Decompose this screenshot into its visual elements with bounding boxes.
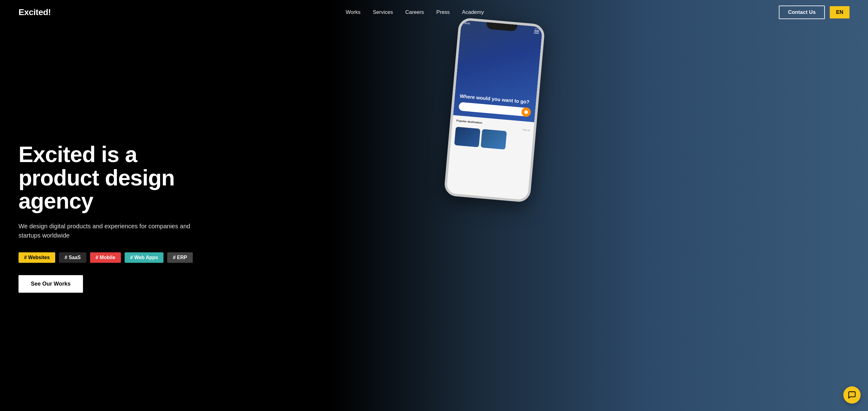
nav-link-careers[interactable]: Careers bbox=[405, 9, 424, 15]
tag-websites[interactable]: # Websites bbox=[19, 252, 55, 263]
tag-saas[interactable]: # SaaS bbox=[59, 252, 86, 263]
phone-mockup: 10:22 Where would you want to go? bbox=[444, 17, 545, 203]
hero-title: Excited is a product design agency bbox=[19, 143, 197, 213]
phone-screen-top: 10:22 Where would you want to go? bbox=[453, 20, 542, 122]
phone-bottom: Popular destination View all bbox=[446, 115, 534, 200]
nav-links: Works Services Careers Press Academy bbox=[346, 9, 484, 15]
nav-item-press[interactable]: Press bbox=[436, 9, 450, 15]
nav-item-services[interactable]: Services bbox=[373, 9, 393, 15]
tag-list: # Websites # SaaS # Mobile # Web Apps # … bbox=[19, 252, 197, 263]
nav-actions: Contact Us EN bbox=[779, 5, 849, 19]
brand-logo[interactable]: Excited! bbox=[19, 7, 51, 17]
tag-mobile[interactable]: # Mobile bbox=[90, 252, 121, 263]
nav-item-careers[interactable]: Careers bbox=[405, 9, 424, 15]
contact-button[interactable]: Contact Us bbox=[779, 5, 825, 19]
phone-area: 10:22 Where would you want to go? bbox=[347, 0, 868, 411]
phone-screen: 10:22 Where would you want to go? bbox=[446, 20, 542, 200]
chat-bubble-button[interactable] bbox=[843, 386, 861, 404]
language-button[interactable]: EN bbox=[830, 6, 849, 19]
nav-link-academy[interactable]: Academy bbox=[462, 9, 484, 15]
phone-card-1 bbox=[454, 127, 480, 147]
phone-menu-icon bbox=[534, 31, 539, 34]
hero-content: Excited is a product design agency We de… bbox=[0, 25, 216, 411]
chat-icon bbox=[848, 391, 856, 399]
nav-link-works[interactable]: Works bbox=[346, 9, 361, 15]
hero-subtitle: We design digital products and experienc… bbox=[19, 221, 197, 240]
see-our-works-button[interactable]: See Our Works bbox=[19, 275, 83, 293]
phone-signal-icon bbox=[535, 28, 539, 31]
phone-status-icons bbox=[535, 28, 539, 31]
nav-item-works[interactable]: Works bbox=[346, 9, 361, 15]
navbar: Excited! Works Services Careers Press Ac… bbox=[0, 0, 868, 25]
phone-card-2 bbox=[480, 129, 507, 150]
tag-erp[interactable]: # ERP bbox=[167, 252, 192, 263]
nav-item-academy[interactable]: Academy bbox=[462, 9, 484, 15]
phone-mic-icon bbox=[524, 110, 528, 114]
hero-section: Excited! Works Services Careers Press Ac… bbox=[0, 0, 868, 411]
tag-webapps[interactable]: # Web Apps bbox=[125, 252, 164, 263]
nav-link-services[interactable]: Services bbox=[373, 9, 393, 15]
nav-link-press[interactable]: Press bbox=[436, 9, 450, 15]
